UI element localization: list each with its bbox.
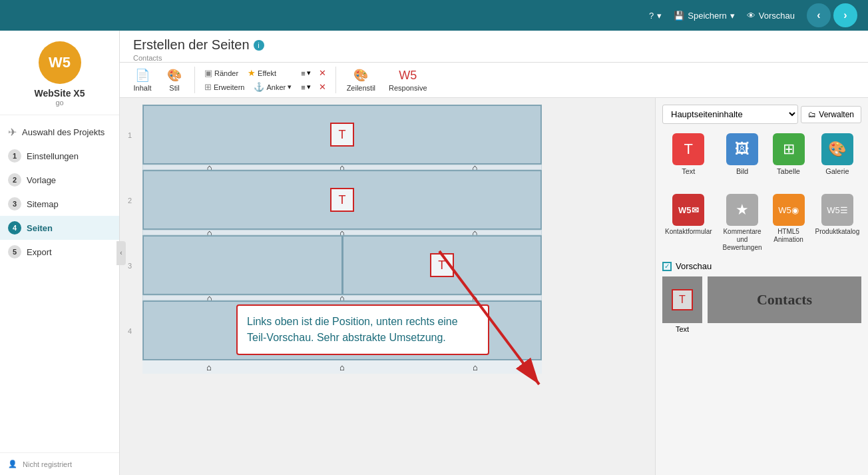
content-items-grid: T Text 🖼 Bild ⊞ Tabelle 🎨 Galerie [662,131,861,254]
page-row-1: T [142,105,542,165]
row-num-3: 3 [128,262,132,270]
save-chevron: ▾ [730,11,735,21]
sidebar-item-label: Einstellungen [27,151,79,161]
sidebar-bottom: 👤 Nicht registriert [0,452,119,475]
content-type-select[interactable]: Hauptseiteninhalte [662,105,798,124]
help-button[interactable]: ? ▾ [649,11,662,21]
clear-icon: ✕ [319,82,326,92]
anker-button[interactable]: ⚓ Anker ▾ [250,81,296,93]
sidebar-item-seiten[interactable]: 4 Seiten [0,216,119,240]
effekt-button[interactable]: ★ Effekt [244,67,280,79]
responsive-button[interactable]: W5 Responsive [383,66,432,95]
content-item-kommentare[interactable]: ★ Kommentare und Bewertungen [720,191,765,254]
sidebar-collapse-button[interactable]: ‹ [116,241,126,265]
galerie-icon: 🎨 [821,133,853,165]
nav-back-button[interactable]: ‹ [807,3,831,27]
canvas-wrap[interactable]: 1 T ⌂ ⌂ ⌂ 2 [120,98,655,475]
produkt-icon: W5☰ [821,194,853,226]
bild-label: Bild [736,167,748,176]
breadcrumb: Contacts [133,54,264,62]
sidebar-item-einstellungen[interactable]: 1 Einstellungen [0,144,119,168]
user-icon: 👤 [8,460,17,468]
content-item-galerie[interactable]: 🎨 Galerie [813,131,863,186]
toolbar: 📄 Inhalt 🎨 Stil ▣ Ränder ★ Effekt [120,63,868,98]
preview-label: Vorschau [676,261,712,271]
row-num-1: 1 [128,131,132,139]
row-divider-1: ⌂ ⌂ ⌂ [142,165,542,170]
text-widget-1[interactable]: T [330,123,354,147]
preview-text-widget: T [672,289,693,310]
delete-button[interactable]: ✕ [315,67,330,79]
content-item-text[interactable]: T Text [662,131,715,186]
erweitern-button[interactable]: ⊞ Erweitern [200,81,248,93]
format-chevron: ▾ [307,83,311,91]
page-title: Erstellen der Seiten i [133,37,264,53]
registration-status: Nicht registriert [23,460,72,468]
page-cell-3-2[interactable]: T [343,236,542,294]
erweitern-icon: ⊞ [204,82,212,92]
row-container-3: 3 T ⌂ ⌂ ⌂ [142,235,648,300]
bottom-icons-row: ⌂ ⌂ ⌂ [142,360,542,374]
toolbar-divider-1 [194,67,195,93]
bottom-icon-2: ⌂ [339,362,345,372]
zeilenstil-button[interactable]: 🎨 Zeilenstil [341,65,381,95]
brand-sub: go [55,99,63,107]
format-icon: ≡ [301,83,305,91]
raender-icon: ▣ [204,68,212,78]
anker-chevron: ▾ [288,83,292,91]
sidebar: W5 WebSite X5 go ✈ Auswahl des Projekts … [0,31,120,475]
manage-button[interactable]: 🗂 Verwalten [801,106,861,123]
zeilenstil-icon: 🎨 [353,68,368,83]
brand-name: WebSite X5 [35,88,85,99]
sidebar-item-label: Auswahl des Projekts [22,127,105,137]
text-widget-2[interactable]: T [330,188,354,212]
toolbar-group-1: ▣ Ränder ★ Effekt ⊞ Erweitern ⚓ [200,67,296,93]
row-container-2: 2 T ⌂ ⌂ ⌂ [142,170,648,235]
preview-text-item: T Text [662,276,702,333]
row-num-2: 2 [128,197,132,205]
sidebar-item-export[interactable]: 5 Export [0,240,119,264]
row-divider-2: ⌂ ⌂ ⌂ [142,230,542,235]
sidebar-item-vorlage[interactable]: 2 Vorlage [0,168,119,192]
save-button[interactable]: 💾 Speichern ▾ [674,11,735,21]
info-icon[interactable]: i [254,40,264,51]
align-dropdown[interactable]: ≡ ▾ [298,67,313,79]
sidebar-item-sitemap[interactable]: 3 Sitemap [0,192,119,216]
save-icon: 💾 [674,11,684,21]
nav-forward-button[interactable]: › [833,3,857,27]
right-panel: Hauptseiteninhalte 🗂 Verwalten T Text 🖼 [655,98,868,475]
preview-text-label: Text [676,325,689,333]
row-num-4: 4 [128,327,132,335]
page-cell-3-1[interactable] [143,236,343,294]
content-item-kontakt[interactable]: W5✉ Kontaktformular [662,191,715,254]
bottom-icon-1: ⌂ [206,362,212,372]
produkt-label: Produktkatalog [815,228,860,236]
kommentare-label: Kommentare und Bewertungen [723,228,762,252]
preview-thumb: T [662,276,702,323]
toolbar-divider-2 [335,67,336,93]
content-item-produkt[interactable]: W5☰ Produktkatalog [813,191,863,254]
galerie-label: Galerie [825,167,849,176]
preview-checkbox[interactable]: ✓ [662,262,672,271]
stil-button[interactable]: 🎨 Stil [160,65,189,95]
preview-contacts-area: Contacts [708,276,861,323]
content-item-html5[interactable]: W5◉ HTML5 Animation [770,191,807,254]
sidebar-item-label: Seiten [27,223,53,233]
page-cell-1-1[interactable]: T [143,105,541,164]
text-widget-3[interactable]: T [430,253,454,277]
format-dropdown[interactable]: ≡ ▾ [298,81,313,93]
content-item-bild[interactable]: 🖼 Bild [720,131,765,186]
sidebar-item-projekt[interactable]: ✈ Auswahl des Projekts [0,121,119,144]
raender-button[interactable]: ▣ Ränder [200,67,242,79]
page-header: Erstellen der Seiten i Contacts [120,31,868,63]
clear-button[interactable]: ✕ [315,81,330,93]
inhalt-button[interactable]: 📄 Inhalt [128,65,157,95]
align-icon: ≡ [301,69,305,77]
preview-button[interactable]: 👁 Vorschau [747,11,795,21]
kontakt-icon: W5✉ [672,194,704,226]
anker-icon: ⚓ [254,82,264,92]
content-item-tabelle[interactable]: ⊞ Tabelle [770,131,807,186]
html5-label: HTML5 Animation [773,228,805,244]
page-cell-2-1[interactable]: T [143,171,541,229]
stil-icon: 🎨 [167,68,182,83]
